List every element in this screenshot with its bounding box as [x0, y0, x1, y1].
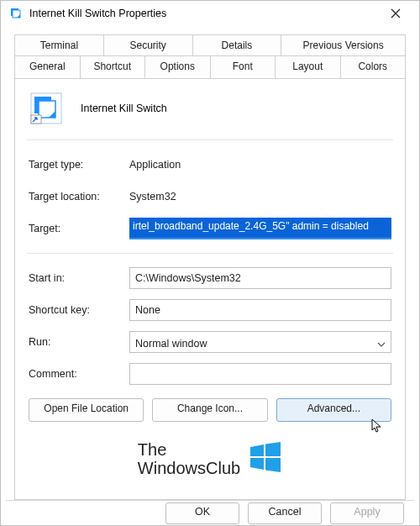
windows-logo-icon: [249, 440, 282, 477]
tab-options[interactable]: Options: [145, 55, 211, 78]
apply-button[interactable]: Apply: [330, 502, 404, 524]
cancel-button[interactable]: Cancel: [248, 502, 322, 524]
shortcut-key-label: Shortcut key:: [29, 304, 129, 316]
target-type-value: Application: [129, 159, 391, 171]
target-label: Target:: [29, 223, 129, 234]
advanced-button[interactable]: Advanced...: [276, 398, 391, 422]
target-location-value: System32: [129, 191, 391, 203]
watermark: The WindowsClub: [29, 422, 391, 484]
tab-terminal[interactable]: Terminal: [14, 34, 104, 56]
run-select-value: Normal window: [135, 338, 207, 350]
shortcut-name: Internet Kill Switch: [81, 103, 167, 114]
chevron-down-icon: [377, 339, 386, 348]
content-area: Terminal Security Details Previous Versi…: [1, 26, 419, 500]
tab-details[interactable]: Details: [193, 34, 282, 56]
ok-button[interactable]: OK: [165, 502, 239, 524]
target-location-label: Target location:: [29, 191, 129, 203]
close-button[interactable]: [377, 1, 414, 26]
comment-label: Comment:: [29, 368, 129, 380]
divider: [27, 139, 393, 140]
tab-colors[interactable]: Colors: [341, 55, 407, 78]
dialog-footer: OK Cancel Apply: [1, 501, 419, 525]
target-input[interactable]: irtel_broadband_update_2.4G_5G" admin = …: [129, 218, 391, 239]
svg-rect-6: [31, 115, 41, 124]
change-icon-button[interactable]: Change Icon...: [152, 398, 267, 422]
app-icon: [9, 7, 23, 20]
open-file-location-button[interactable]: Open File Location: [29, 398, 144, 422]
comment-input[interactable]: [129, 363, 391, 385]
target-type-label: Target type:: [29, 159, 129, 171]
tab-previous-versions[interactable]: Previous Versions: [281, 34, 406, 56]
run-label: Run:: [29, 336, 129, 348]
properties-dialog: Internet Kill Switch Properties Terminal…: [0, 0, 420, 526]
run-select[interactable]: Normal window: [129, 331, 391, 353]
start-in-label: Start in:: [29, 272, 129, 284]
tab-shortcut[interactable]: Shortcut: [81, 55, 146, 78]
shortcut-icon: [30, 92, 62, 124]
window-title: Internet Kill Switch Properties: [29, 8, 377, 19]
start-in-input[interactable]: [129, 267, 391, 289]
divider: [27, 253, 393, 254]
shortcut-key-input[interactable]: [129, 299, 391, 321]
tab-layout[interactable]: Layout: [276, 55, 341, 78]
shortcut-panel: Internet Kill Switch Target type: Applic…: [14, 78, 406, 500]
titlebar: Internet Kill Switch Properties: [1, 1, 419, 26]
watermark-text: The WindowsClub: [138, 440, 240, 477]
tab-font[interactable]: Font: [211, 55, 276, 78]
tab-general[interactable]: General: [14, 55, 81, 78]
tab-security[interactable]: Security: [104, 34, 193, 56]
tab-strip: Terminal Security Details Previous Versi…: [14, 34, 406, 79]
